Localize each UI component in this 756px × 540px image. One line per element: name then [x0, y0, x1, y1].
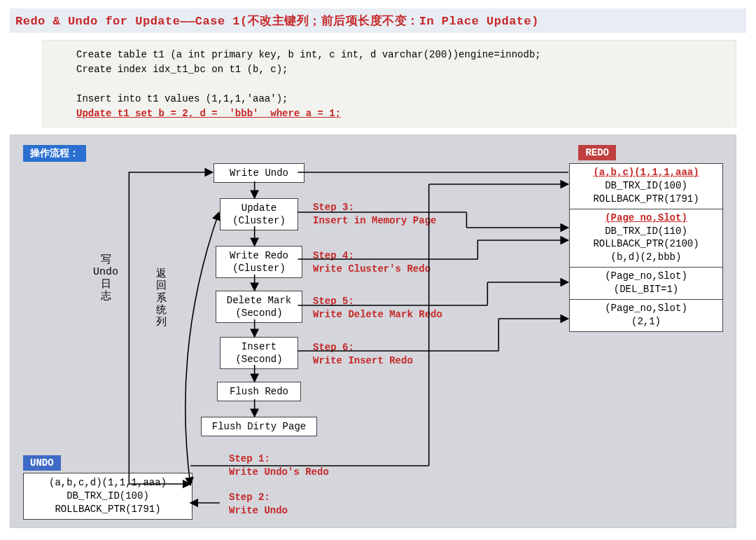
box-update-cluster: Update (Cluster)	[220, 198, 298, 230]
box-flush-dirty-page: Flush Dirty Page	[201, 417, 317, 436]
undo-tag: UNDO	[23, 455, 61, 471]
sql-panel: Create table t1 (a int primary key, b in…	[42, 40, 736, 127]
redo-c2c: ROLLBACK_PTR(2100)	[593, 238, 699, 249]
redo-c2a: (Page_no,Slot)	[605, 212, 687, 223]
redo-cell-4: (Page_no,Slot) (2,1)	[570, 300, 722, 331]
redo-cell-3: (Page_no,Slot) (DEL_BIT=1)	[570, 268, 722, 300]
box-delete-mark: Delete Mark (Second)	[216, 291, 302, 323]
sql-line-3: Insert into t1 values (1,1,1,'aaa');	[76, 92, 718, 106]
undo-box-l1: (a,b,c,d)(1,1,1,aaa)	[27, 476, 189, 490]
step-5: Step 5: Write Delete Mark Redo	[313, 295, 442, 321]
sql-line-2: Create index idx_t1_bc on t1 (b, c);	[76, 62, 718, 77]
sql-blank	[76, 77, 718, 92]
return-sys-label: 返 回 系 统 列	[156, 268, 167, 328]
box-write-redo-cl: Write Redo (Cluster)	[216, 246, 302, 278]
step-3: Step 3: Insert in Memory Page	[313, 201, 436, 228]
step-1: Step 1: Write Undo's Redo	[229, 452, 329, 479]
box-insert-second: Insert (Second)	[220, 337, 298, 369]
step-2: Step 2: Write Undo	[229, 491, 288, 518]
step-6: Step 6: Write Insert Redo	[313, 341, 413, 368]
redo-c2b: DB_TRX_ID(110)	[605, 226, 687, 237]
redo-c1a: (a,b,c)(1,1,1,aaa)	[593, 167, 699, 178]
undo-box-l2: DB_TRX_ID(100)	[27, 490, 189, 503]
undo-box-l3: ROLLBACK_PTR(1791)	[27, 503, 189, 516]
redo-cell-2: (Page_no,Slot) DB_TRX_ID(110) ROLLBACK_P…	[570, 209, 722, 268]
undo-record-box: (a,b,c,d)(1,1,1,aaa) DB_TRX_ID(100) ROLL…	[23, 473, 192, 520]
redo-c4b: (2,1)	[631, 316, 661, 327]
redo-c1c: ROLLBACK_PTR(1791)	[593, 193, 699, 205]
step-4: Step 4: Write Cluster's Redo	[313, 249, 430, 276]
redo-cell-1: (a,b,c)(1,1,1,aaa) DB_TRX_ID(100) ROLLBA…	[570, 164, 722, 209]
page-title: Redo & Undo for Update——Case 1(不改主键列；前后项…	[10, 8, 746, 33]
sql-line-1: Create table t1 (a int primary key, b in…	[76, 48, 718, 62]
redo-tag: REDO	[578, 145, 616, 160]
ops-tag: 操作流程：	[23, 145, 86, 162]
box-write-undo: Write Undo	[214, 163, 304, 183]
box-flush-redo: Flush Redo	[217, 382, 301, 401]
redo-stack: (a,b,c)(1,1,1,aaa) DB_TRX_ID(100) ROLLBA…	[569, 163, 723, 332]
sql-line-4: Update t1 set b = 2, d = 'bbb' where a =…	[76, 106, 718, 121]
redo-c2d: (b,d)(2,bbb)	[611, 251, 682, 263]
flow-panel: 操作流程： REDO UNDO 写 Undo 日 志 返 回 系 统 列 Wri…	[10, 134, 736, 528]
redo-c1b: DB_TRX_ID(100)	[605, 180, 687, 191]
redo-c3b: (DEL_BIT=1)	[614, 284, 678, 295]
write-undo-label: 写 Undo 日 志	[93, 254, 118, 303]
redo-c3a: (Page_no,Slot)	[605, 270, 687, 282]
redo-c4a: (Page_no,Slot)	[605, 303, 687, 314]
